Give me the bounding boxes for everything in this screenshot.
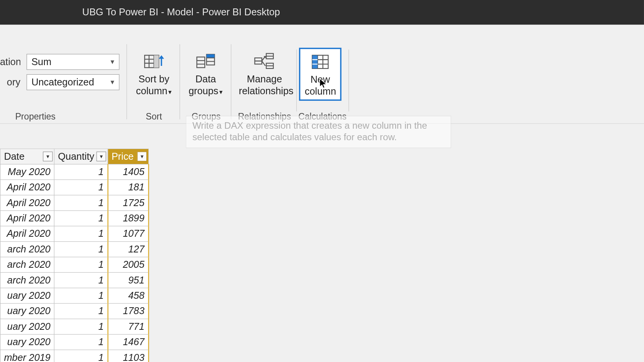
window-title: UBG To Power BI - Model - Power BI Deskt… xyxy=(82,7,280,18)
table-row[interactable]: uary 20201458 xyxy=(0,288,149,303)
table-row[interactable]: mber 201911103 xyxy=(0,350,149,362)
column-filter-date[interactable]: ▼ xyxy=(43,152,53,161)
cell-price[interactable]: 2005 xyxy=(108,257,148,272)
svg-rect-6 xyxy=(197,57,205,68)
chevron-down-icon: ▾ xyxy=(168,88,172,95)
data-groups-button[interactable]: Data groups▾ xyxy=(184,49,227,99)
column-header-quantity[interactable]: Quantity ▼ xyxy=(54,149,108,164)
column-filter-price[interactable]: ▼ xyxy=(137,152,147,161)
table-row[interactable]: May 202011405 xyxy=(0,164,149,180)
table-row[interactable]: arch 20201127 xyxy=(0,242,149,257)
window-titlebar: UBG To Power BI - Model - Power BI Deskt… xyxy=(0,0,644,25)
cell-date[interactable]: April 2020 xyxy=(0,180,54,195)
sort-by-column-icon xyxy=(135,51,172,72)
table-row[interactable]: April 20201181 xyxy=(0,180,149,195)
cell-price[interactable]: 181 xyxy=(108,180,148,195)
cell-price[interactable]: 1899 xyxy=(108,211,148,226)
cell-date[interactable]: mber 2019 xyxy=(0,350,54,362)
new-column-label-2: column xyxy=(305,86,336,97)
table-header-row: Date ▼ Quantity ▼ Price ▼ xyxy=(0,149,149,164)
column-filter-quantity[interactable]: ▼ xyxy=(97,152,106,161)
cell-date[interactable]: arch 2020 xyxy=(0,272,54,288)
data-groups-label-1: Data xyxy=(196,74,216,85)
data-table[interactable]: Date ▼ Quantity ▼ Price ▼ May 202011405A… xyxy=(0,149,149,362)
sort-by-column-button[interactable]: Sort by column▾ xyxy=(131,49,177,99)
column-header-date-label: Date xyxy=(4,151,25,162)
table-row[interactable]: April 202011725 xyxy=(0,195,149,210)
property-label-category: ory xyxy=(0,77,20,88)
ribbon-separator xyxy=(127,44,127,119)
summarization-dropdown[interactable]: Sum ▼ xyxy=(26,54,119,70)
cell-quantity[interactable]: 1 xyxy=(54,257,108,272)
cell-quantity[interactable]: 1 xyxy=(54,180,108,195)
cell-price[interactable]: 1405 xyxy=(108,164,148,180)
cell-date[interactable]: arch 2020 xyxy=(0,257,54,272)
cell-quantity[interactable]: 1 xyxy=(54,334,108,350)
chevron-down-icon: ▾ xyxy=(219,88,223,95)
table-row[interactable]: April 202011899 xyxy=(0,211,149,226)
category-value: Uncategorized xyxy=(31,77,94,88)
new-column-tooltip: Write a DAX expression that creates a ne… xyxy=(186,116,451,148)
tooltip-text: Write a DAX expression that creates a ne… xyxy=(192,120,427,142)
cell-date[interactable]: uary 2020 xyxy=(0,303,54,319)
group-label-sort: Sort xyxy=(131,111,177,122)
sort-by-column-label-2: column xyxy=(136,85,168,96)
new-column-button[interactable]: New column xyxy=(299,48,342,101)
svg-rect-5 xyxy=(154,55,159,67)
property-label-summarization: ation xyxy=(0,56,20,68)
cell-date[interactable]: May 2020 xyxy=(0,164,54,180)
sort-by-column-label-1: Sort by xyxy=(138,74,169,85)
cell-quantity[interactable]: 1 xyxy=(54,164,108,180)
cell-date[interactable]: arch 2020 xyxy=(0,242,54,257)
cell-quantity[interactable]: 1 xyxy=(54,303,108,319)
cell-quantity[interactable]: 1 xyxy=(54,195,108,210)
ribbon-separator xyxy=(179,44,180,119)
cell-date[interactable]: uary 2020 xyxy=(0,288,54,303)
cell-price[interactable]: 1725 xyxy=(108,195,148,210)
svg-rect-10 xyxy=(207,54,215,57)
data-groups-label-2: groups xyxy=(189,85,219,96)
ribbon-separator xyxy=(296,49,297,111)
manage-relationships-button[interactable]: Manage relationships xyxy=(235,49,295,99)
cell-quantity[interactable]: 1 xyxy=(54,226,108,241)
column-header-price[interactable]: Price ▼ xyxy=(108,149,148,164)
cell-quantity[interactable]: 1 xyxy=(54,319,108,334)
cell-quantity[interactable]: 1 xyxy=(54,272,108,288)
table-row[interactable]: uary 202011467 xyxy=(0,334,149,350)
table-row[interactable]: arch 202012005 xyxy=(0,257,149,272)
group-label-properties: Properties xyxy=(9,111,62,122)
cell-quantity[interactable]: 1 xyxy=(54,288,108,303)
cell-price[interactable]: 771 xyxy=(108,319,148,334)
table-row[interactable]: arch 20201951 xyxy=(0,272,149,288)
table-row[interactable]: April 202011077 xyxy=(0,226,149,241)
cell-price[interactable]: 1467 xyxy=(108,334,148,350)
svg-rect-24 xyxy=(312,55,318,69)
cell-quantity[interactable]: 1 xyxy=(54,211,108,226)
table-row[interactable]: uary 202011783 xyxy=(0,303,149,319)
column-header-date[interactable]: Date ▼ xyxy=(0,149,54,164)
cell-price[interactable]: 951 xyxy=(108,272,148,288)
manage-relationships-label-1: Manage xyxy=(247,74,282,85)
ribbon-separator xyxy=(231,44,231,119)
category-dropdown[interactable]: Uncategorized ▼ xyxy=(26,74,119,90)
cell-price[interactable]: 1077 xyxy=(108,226,148,241)
manage-relationships-label-2: relationships xyxy=(239,85,294,96)
cell-date[interactable]: April 2020 xyxy=(0,226,54,241)
cell-date[interactable]: uary 2020 xyxy=(0,319,54,334)
ribbon-separator xyxy=(348,49,349,111)
table-row[interactable]: uary 20201771 xyxy=(0,319,149,334)
chevron-down-icon: ▼ xyxy=(109,79,115,85)
cell-date[interactable]: April 2020 xyxy=(0,195,54,210)
cell-price[interactable]: 458 xyxy=(108,288,148,303)
new-column-icon xyxy=(305,52,336,72)
column-header-price-label: Price xyxy=(112,151,134,162)
cell-price[interactable]: 127 xyxy=(108,242,148,257)
cell-date[interactable]: April 2020 xyxy=(0,211,54,226)
cell-quantity[interactable]: 1 xyxy=(54,242,108,257)
cell-date[interactable]: uary 2020 xyxy=(0,334,54,350)
column-header-quantity-label: Quantity xyxy=(58,151,94,162)
cell-price[interactable]: 1103 xyxy=(108,350,148,362)
data-groups-icon xyxy=(189,51,223,72)
cell-price[interactable]: 1783 xyxy=(108,303,148,319)
cell-quantity[interactable]: 1 xyxy=(54,350,108,362)
